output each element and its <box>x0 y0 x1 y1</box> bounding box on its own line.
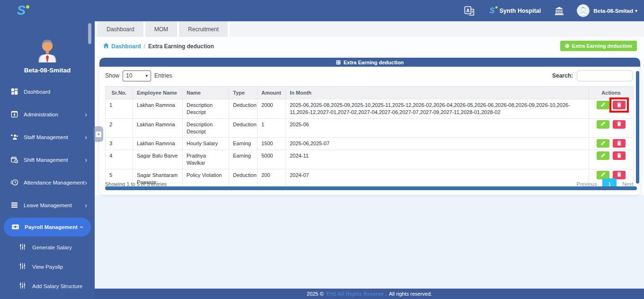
sidebar-collapse-toggle[interactable]: ◂ <box>93 126 103 142</box>
menu-icon-slot <box>10 224 20 231</box>
breadcrumb: Dashboard / Extra Earning deduction <box>103 43 214 50</box>
brand-s-icon: S <box>489 6 494 16</box>
sidebar-subitem-label: Generate Salary <box>32 245 72 250</box>
dashboard-icon <box>11 88 18 96</box>
trash-icon <box>617 152 621 159</box>
cell-srno: 2 <box>106 118 133 138</box>
delete-button[interactable] <box>613 139 626 148</box>
sidebar-item-payroll-management[interactable]: Payroll Management› <box>4 218 91 237</box>
add-people-icon <box>10 133 18 141</box>
cell-name: Pradnya Wavlkar <box>183 150 229 169</box>
sidebar-subitem-generate-salary[interactable]: Generate Salary <box>0 237 95 257</box>
profile-avatar <box>33 56 62 64</box>
column-header-in-month[interactable]: In Month <box>286 87 589 99</box>
main-content: DashboardMOMRecruitment Dashboard / Extr… <box>95 21 644 299</box>
column-header-sr-no-[interactable]: Sr.No. <box>106 87 133 99</box>
add-extra-earning-deduction-button[interactable]: ⊕ Extra Earning deduction <box>560 41 637 51</box>
menu-icon-slot <box>9 88 19 96</box>
column-header-actions[interactable]: Actions <box>589 87 634 99</box>
cell-employee-name: Lakhan Ramnna <box>133 138 183 150</box>
edit-button[interactable] <box>597 101 609 109</box>
sidebar-item-leave-management[interactable]: Leave Management› <box>0 194 95 217</box>
horizontal-scrollbar[interactable] <box>105 186 637 190</box>
delete-button[interactable] <box>613 101 626 109</box>
tab-dashboard[interactable]: Dashboard <box>98 21 145 37</box>
tab-recruitment[interactable]: Recruitment <box>179 21 230 37</box>
column-header-employee-name[interactable]: Employee Name <box>133 87 183 99</box>
breadcrumb-home-link[interactable]: Dashboard <box>103 43 141 50</box>
cell-employee-name: Lakhan Ramnna <box>133 99 183 119</box>
column-header-name[interactable]: Name <box>183 87 229 99</box>
cell-srno: 4 <box>106 150 133 169</box>
search-label: Search: <box>552 72 573 79</box>
delete-button-wrap <box>613 139 626 148</box>
delete-button[interactable] <box>613 151 626 160</box>
column-header-amount[interactable]: Amount <box>258 87 286 99</box>
entries-label: Entries <box>154 72 172 79</box>
cell-in-month: 2025-06,2025-08,2025-09,2025-10,2025-11,… <box>286 99 589 119</box>
chevron-right-icon: › <box>85 157 87 163</box>
edit-button[interactable] <box>597 120 609 129</box>
translate-icon[interactable]: A <box>464 5 475 17</box>
user-menu[interactable]: Beta-08-Smitad <box>593 8 633 14</box>
menu-icon-slot <box>9 156 19 164</box>
panel-header: ⊞ Extra Earning deduction <box>99 58 640 67</box>
cell-in-month: 2024-11 <box>286 150 589 169</box>
sidebar-item-label: Payroll Management <box>25 224 78 230</box>
edit-pencil-icon <box>600 102 606 109</box>
sidebar-subitem-add-salary-structure[interactable]: Add Salary Structure <box>0 276 95 296</box>
sidebar-item-attendance-management[interactable]: Attendance Management› <box>0 171 95 194</box>
chevron-down-icon: › <box>79 226 86 229</box>
select-caret-icon: ▾ <box>146 73 148 78</box>
cell-in-month: 2025-06 <box>286 118 589 138</box>
chevron-down-icon[interactable]: ▾ <box>635 8 637 13</box>
cell-type: Earning <box>229 150 258 169</box>
sliders-icon <box>19 263 26 271</box>
edit-button[interactable] <box>597 139 609 148</box>
tab-mom[interactable]: MOM <box>145 21 179 37</box>
sidebar-scrollbar[interactable] <box>88 23 91 44</box>
svg-text:A: A <box>466 8 470 13</box>
sidebar-item-staff-management[interactable]: Staff Management› <box>0 126 95 149</box>
delete-button[interactable] <box>613 120 626 129</box>
sidebar-subitem-view-payslip[interactable]: View Payslip <box>0 257 95 276</box>
app-logo-icon: S <box>17 4 26 17</box>
chevron-right-icon: › <box>85 111 87 118</box>
edit-pencil-icon <box>600 121 606 128</box>
vertical-scrollbar[interactable] <box>636 71 639 184</box>
sidebar-subitem-label: Add Salary Structure <box>32 283 82 289</box>
column-header-type[interactable]: Type <box>229 87 258 99</box>
submenu-icon-slot <box>18 282 27 290</box>
payroll-submenu: Generate SalaryView PayslipAdd Salary St… <box>0 237 95 296</box>
sidebar-item-administration[interactable]: Administration› <box>0 103 95 126</box>
sliders-icon <box>19 243 26 251</box>
sidebar-item-label: Administration <box>24 112 58 117</box>
cell-employee-name: Sagar Balu Barve <box>133 150 183 169</box>
chevron-right-icon: › <box>85 202 87 209</box>
cell-type: Deduction <box>229 99 258 119</box>
collapse-arrow-icon: ◂ <box>97 132 99 136</box>
search-input[interactable] <box>577 70 633 81</box>
logo-dot-icon <box>26 5 29 9</box>
trash-icon <box>617 140 621 147</box>
sidebar-item-dashboard[interactable]: Dashboard <box>0 80 95 103</box>
chevron-right-icon: › <box>85 134 87 141</box>
footer-rights: All rights reserved. <box>389 291 432 297</box>
cell-actions <box>589 99 634 119</box>
menu-icon-slot <box>9 133 19 141</box>
table-row: 2Lakhan RamnnaDescription DescriptDeduct… <box>106 118 634 138</box>
user-avatar[interactable] <box>577 4 590 17</box>
cell-amount: 2000 <box>258 99 286 119</box>
footer-brand-link[interactable]: THS All Rights Reserve . <box>326 291 386 297</box>
menu-icon-slot <box>9 111 19 119</box>
cell-name: Description Descript <box>183 99 229 119</box>
delete-button-wrap <box>613 120 626 129</box>
page-size-select[interactable]: 10 ▾ <box>123 70 151 81</box>
submenu-icon-slot <box>18 263 27 271</box>
extra-earning-deduction-panel: ⊞ Extra Earning deduction Show 10 ▾ Entr… <box>99 58 640 195</box>
edit-button[interactable] <box>597 151 609 160</box>
edit-pencil-icon <box>600 152 606 159</box>
table-row: 1Lakhan RamnnaDescription DescriptDeduct… <box>106 99 634 119</box>
sidebar-item-shift-management[interactable]: Shift Management› <box>0 149 95 171</box>
bank-icon[interactable] <box>554 6 564 16</box>
